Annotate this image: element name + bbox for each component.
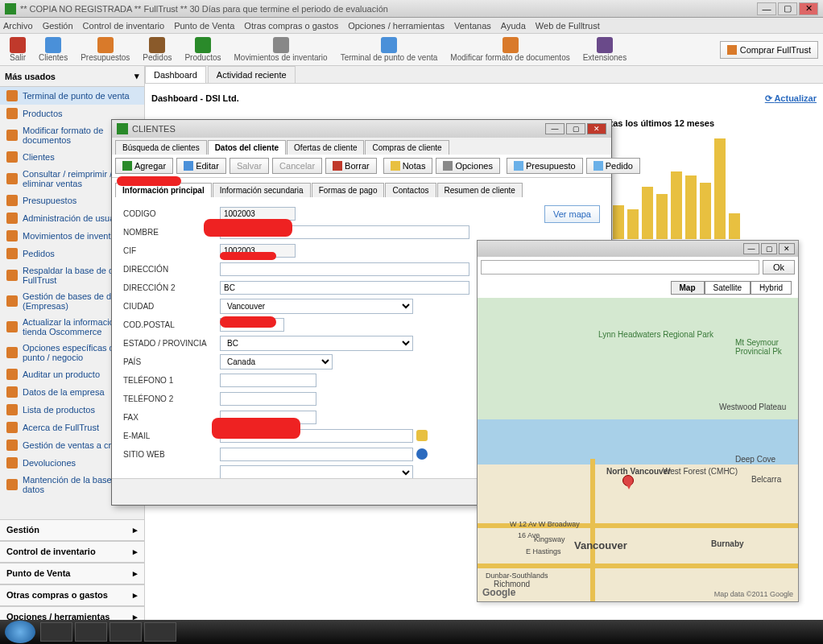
sidebar-section[interactable]: Control de inventario▸: [0, 541, 144, 563]
toolbar-terminal-de-punto-de-venta[interactable]: Terminal de punto de venta: [336, 35, 443, 64]
toolbar-pedidos[interactable]: Pedidos: [138, 35, 176, 64]
sidebar-section[interactable]: Punto de Venta▸: [0, 563, 144, 584]
subtab-contactos[interactable]: Contactos: [385, 183, 436, 197]
map-close-button[interactable]: ✕: [779, 243, 795, 254]
subtab-pago[interactable]: Formas de pago: [312, 183, 385, 197]
toolbar-salir[interactable]: Salir: [5, 35, 31, 64]
sidebar-icon: [6, 108, 18, 119]
tab-ofertas[interactable]: Ofertas de cliente: [287, 140, 364, 155]
bar: [613, 205, 624, 239]
codpostal-label: COD.POSTAL: [123, 320, 220, 329]
toolbar-presupuestos[interactable]: Presupuestos: [76, 35, 134, 64]
start-button[interactable]: [5, 621, 35, 643]
sidebar-icon: [6, 130, 18, 141]
sidebar-header[interactable]: Más usados ▾: [0, 66, 144, 87]
taskbar-item[interactable]: [75, 622, 107, 642]
toolbar-modificar-formato-de-documentos[interactable]: Modificar formato de documentos: [445, 35, 574, 64]
direccion2-field[interactable]: [220, 281, 469, 295]
estado-select[interactable]: BC: [220, 336, 413, 351]
map-type-map[interactable]: Map: [671, 281, 705, 295]
map-search-input[interactable]: [481, 260, 759, 275]
direccion-field[interactable]: [220, 262, 469, 276]
menu-punto-de-venta[interactable]: Punto de Venta: [174, 21, 234, 31]
map-type-hybrid[interactable]: Hybrid: [751, 281, 792, 295]
map-minimize-button[interactable]: —: [743, 243, 759, 254]
menu-ventanas[interactable]: Ventanas: [454, 21, 491, 31]
bar: [700, 183, 711, 239]
tab-dashboard[interactable]: Dashboard: [145, 66, 206, 83]
sidebar-section[interactable]: Gestión▸: [0, 519, 144, 541]
bar: [714, 138, 726, 239]
main-tabs: Dashboard Actividad reciente: [145, 66, 823, 84]
menu-control-de-inventario[interactable]: Control de inventario: [83, 21, 165, 31]
taskbar-item[interactable]: [40, 622, 72, 642]
editar-button[interactable]: Editar: [176, 158, 226, 174]
toolbar-icon: [10, 37, 26, 53]
cart-icon: [727, 45, 737, 55]
menu-opciones-herramientas[interactable]: Opciones / herramientas: [348, 21, 445, 31]
map-maximize-button[interactable]: ▢: [761, 243, 777, 254]
toolbar-movimientos-de-inventario[interactable]: Movimientos de inventario: [229, 35, 332, 64]
menu-archivo[interactable]: Archivo: [3, 21, 33, 31]
map-ok-button[interactable]: Ok: [763, 260, 795, 275]
toolbar-productos[interactable]: Productos: [180, 35, 225, 64]
menu-otras-compras-o-gastos[interactable]: Otras compras o gastos: [244, 21, 338, 31]
menu-gesti-n[interactable]: Gestión: [43, 21, 73, 31]
extra-select-1[interactable]: [220, 465, 413, 479]
pedido-button[interactable]: Pedido: [586, 158, 640, 174]
redaction: [117, 176, 181, 186]
taskbar-item[interactable]: [110, 622, 142, 642]
ciudad-label: CIUDAD: [123, 302, 220, 311]
close-button[interactable]: ✕: [799, 2, 818, 15]
opciones-button[interactable]: Opciones: [436, 158, 499, 174]
buy-fulltrust-button[interactable]: Comprar FullTrust: [720, 41, 818, 59]
cancelar-button[interactable]: Cancelar: [272, 158, 322, 174]
pais-select[interactable]: Canada: [220, 354, 333, 369]
subtab-secundaria[interactable]: Información secundaria: [213, 183, 311, 197]
web-field[interactable]: [220, 448, 413, 461]
taskbar-item[interactable]: [144, 622, 176, 642]
dlg-minimize-button[interactable]: —: [545, 123, 565, 134]
tel1-field[interactable]: [220, 374, 316, 387]
presupuesto-button[interactable]: Presupuesto: [507, 158, 583, 174]
maximize-button[interactable]: ▢: [778, 2, 797, 15]
toolbar-extensiones[interactable]: Extensiones: [578, 35, 631, 64]
minimize-button[interactable]: —: [757, 2, 776, 15]
sidebar-item[interactable]: Terminal de punto de venta: [0, 87, 144, 105]
dlg-close-button[interactable]: ✕: [587, 123, 606, 134]
budget-icon: [514, 161, 523, 171]
mail-icon[interactable]: [416, 430, 428, 441]
codigo-field[interactable]: [220, 207, 296, 221]
notas-button[interactable]: Notas: [383, 158, 433, 174]
map-label-lynn: Lynn Headwaters Regional Park: [598, 330, 713, 339]
subtab-resumen[interactable]: Resumen de cliente: [437, 183, 523, 197]
tab-datos[interactable]: Datos del cliente: [208, 140, 286, 155]
sidebar-icon: [6, 195, 18, 206]
edit-icon: [184, 161, 193, 171]
toolbar-clientes[interactable]: Clientes: [34, 35, 72, 64]
sidebar-section[interactable]: Otras compras o gastos▸: [0, 584, 144, 606]
agregar-button[interactable]: Agregar: [115, 158, 173, 174]
tel2-field[interactable]: [220, 392, 316, 406]
menu-web-de-fulltrust[interactable]: Web de Fulltrust: [536, 21, 600, 31]
refresh-link[interactable]: ⟳ Actualizar: [765, 93, 817, 104]
borrar-button[interactable]: Borrar: [325, 158, 377, 174]
direccion-label: DIRECCIÓN: [123, 265, 220, 274]
tab-compras[interactable]: Compras de cliente: [365, 140, 449, 155]
map-label-broadway: W 12 Av W Broadway: [510, 520, 580, 528]
chevron-right-icon: ▸: [133, 547, 138, 557]
menu-ayuda[interactable]: Ayuda: [501, 21, 526, 31]
dlg-maximize-button[interactable]: ▢: [566, 123, 585, 134]
salvar-button[interactable]: Salvar: [230, 158, 269, 174]
delete-icon: [333, 161, 342, 171]
sidebar-icon: [6, 479, 18, 490]
globe-icon[interactable]: [416, 448, 428, 460]
ciudad-select[interactable]: Vancouver: [220, 299, 413, 314]
order-icon: [593, 161, 603, 171]
map-label-seymour: Mt Seymour Provincial Pk: [735, 338, 798, 356]
tab-actividad[interactable]: Actividad reciente: [208, 66, 296, 83]
map-type-satellite[interactable]: Satellite: [705, 281, 751, 295]
ver-mapa-button[interactable]: Ver mapa: [544, 205, 600, 223]
map-canvas[interactable]: North Vancouver Vancouver Burnaby Richmo…: [478, 298, 798, 601]
tab-busqueda[interactable]: Búsqueda de clientes: [115, 140, 207, 155]
